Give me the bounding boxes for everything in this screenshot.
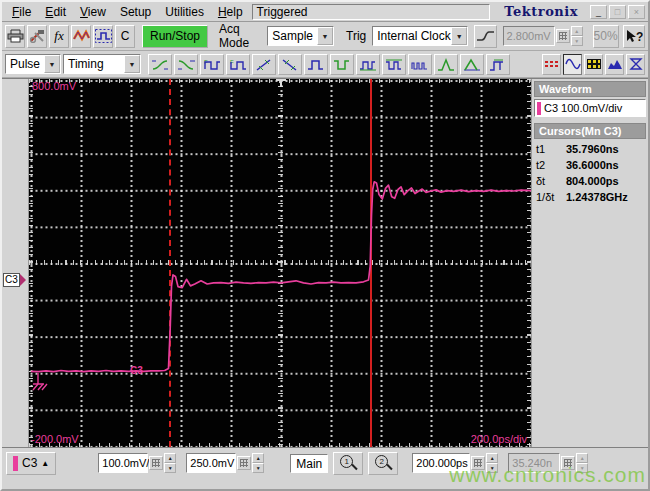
- pos-duty-icon: [359, 58, 377, 71]
- zoom-1-label: 1: [345, 457, 349, 466]
- horizontal-position-down: ▼: [576, 463, 588, 473]
- channel-select-button[interactable]: C3 ▲: [6, 452, 56, 475]
- chevron-down-icon[interactable]: ▼: [124, 55, 140, 73]
- waveform-entry-text: C3 100.0mV/div: [544, 102, 622, 114]
- horizontal-scale-field[interactable]: 200.000ps: [412, 453, 470, 473]
- keypad-icon[interactable]: [149, 456, 163, 470]
- histogram-icon: [607, 58, 623, 70]
- measure-category-select[interactable]: Pulse ▼: [5, 54, 61, 74]
- rise-time-icon: [151, 58, 169, 71]
- measure-pos-peak-button[interactable]: [434, 54, 458, 75]
- minimize-button[interactable]: _: [590, 5, 607, 19]
- readout-label: 1/δt: [536, 191, 566, 203]
- trig-level-down: ▼: [571, 36, 583, 46]
- measure-flattop-button[interactable]: [486, 54, 510, 75]
- horizontal-position-value: 35.240n: [512, 457, 552, 469]
- bottom-scale-label: -200.0mV: [31, 433, 79, 445]
- measure-rise-time-button[interactable]: [148, 54, 172, 75]
- menu-help[interactable]: Help: [211, 3, 250, 21]
- run-stop-button[interactable]: Run/Stop: [142, 25, 208, 48]
- channel-marker-c3[interactable]: C3: [3, 273, 26, 287]
- trig-label: Trig: [346, 29, 366, 43]
- display-area: C3 800.0mV -200.0mV: [2, 78, 648, 447]
- cursors-panel-header: Cursors(Mn C3): [534, 123, 646, 139]
- zoom-1-button[interactable]: 1: [333, 452, 363, 475]
- rising-edge-icon: [476, 30, 495, 42]
- mask-display-button[interactable]: [626, 54, 645, 75]
- color-grade-display-button[interactable]: [584, 54, 603, 75]
- pulse-tool-button[interactable]: [93, 25, 113, 48]
- vertical-offset-up[interactable]: ▲: [252, 453, 264, 463]
- zoom-2-button[interactable]: 2: [368, 452, 398, 475]
- measure-neg-duty-button[interactable]: [382, 54, 406, 75]
- waveform-trace: [31, 182, 531, 372]
- keypad-icon[interactable]: [237, 456, 251, 470]
- trace-label-c3: C3: [130, 365, 143, 376]
- measure-pos-pulse-button[interactable]: [304, 54, 328, 75]
- magnifier-handle: [387, 463, 393, 469]
- chevron-down-icon[interactable]: ▼: [451, 27, 467, 45]
- chevron-down-icon[interactable]: ▼: [44, 55, 60, 73]
- menu-setup[interactable]: Setup: [113, 3, 158, 21]
- measure-pos-slew-button[interactable]: [252, 54, 276, 75]
- waveform-entry[interactable]: C3 100.0mV/div: [534, 99, 646, 117]
- vertical-scale-up[interactable]: ▲: [164, 453, 176, 463]
- channel-color-swatch: [13, 456, 18, 471]
- chevron-down-icon[interactable]: ▼: [317, 27, 333, 45]
- neg-duty-icon: [385, 58, 403, 71]
- vertical-scale-value: 100.0mV/: [102, 457, 149, 469]
- trig-source-select[interactable]: Internal Clock ▼: [372, 26, 468, 46]
- help-pointer-icon: ?: [625, 29, 643, 44]
- horizontal-scale-down[interactable]: ▼: [486, 463, 498, 473]
- channel-select-label: C3: [22, 456, 37, 470]
- acq-mode-select[interactable]: Sample ▼: [267, 26, 334, 46]
- waveform-tool-button[interactable]: [71, 25, 91, 48]
- tools-button[interactable]: [27, 25, 47, 48]
- top-scale-label: 800.0mV: [32, 80, 76, 92]
- menu-utilities[interactable]: Utilities: [158, 3, 211, 21]
- magnifier-handle: [352, 463, 358, 469]
- cursors-display-button[interactable]: [542, 54, 561, 75]
- ground-reference-icon: [33, 373, 47, 390]
- keypad-icon[interactable]: [471, 456, 485, 470]
- restore-button: □: [609, 5, 626, 19]
- measure-neg-slew-button[interactable]: [278, 54, 302, 75]
- measure-subcategory-select[interactable]: Timing ▼: [63, 54, 141, 74]
- pos-width-icon: F: [203, 58, 221, 71]
- c-button-label: C: [121, 29, 130, 43]
- horizontal-scale-up[interactable]: ▲: [486, 453, 498, 463]
- vertical-scale-group: 100.0mV/ ▲ ▼: [98, 453, 176, 473]
- function-button[interactable]: fx: [49, 25, 69, 48]
- c-button[interactable]: C: [115, 25, 135, 48]
- horizontal-position-up: ▲: [576, 453, 588, 463]
- readout-row-dt: δt 804.000ps: [534, 173, 646, 189]
- trig-level-value: 2.800mV: [507, 30, 551, 42]
- measure-pos-duty-button[interactable]: [356, 54, 380, 75]
- histogram-display-button[interactable]: [605, 54, 624, 75]
- vertical-scale-down[interactable]: ▼: [164, 463, 176, 473]
- keypad-icon: [556, 29, 570, 43]
- measure-neg-width-button[interactable]: F: [226, 54, 250, 75]
- tektronix-logo: Tektronix: [504, 4, 578, 19]
- measure-neg-pulse-button[interactable]: [330, 54, 354, 75]
- close-button: ×: [628, 5, 645, 19]
- measure-burst-width-button[interactable]: [408, 54, 432, 75]
- readout-sidebar: Waveform C3 100.0mV/div Cursors(Mn C3) t…: [531, 79, 648, 447]
- menu-file[interactable]: File: [5, 3, 38, 21]
- graticule[interactable]: 800.0mV -200.0mV 200.0ps/div C3: [29, 79, 531, 447]
- burst-icon: [411, 58, 429, 71]
- measure-peak-amplitude-button[interactable]: [460, 54, 484, 75]
- menu-edit[interactable]: Edit: [38, 3, 73, 21]
- measure-fall-time-button[interactable]: [174, 54, 198, 75]
- print-button[interactable]: [5, 25, 25, 48]
- menu-view[interactable]: View: [73, 3, 113, 21]
- vertical-scale-field[interactable]: 100.0mV/: [98, 453, 148, 473]
- mask-icon: [628, 58, 644, 70]
- waveform-display-button[interactable]: [563, 54, 582, 75]
- vertical-offset-field[interactable]: 250.0mV: [186, 453, 236, 473]
- trig-slope-button[interactable]: [474, 25, 496, 48]
- sine-wave-icon: [73, 29, 90, 43]
- measure-pos-width-button[interactable]: F: [200, 54, 224, 75]
- vertical-offset-down[interactable]: ▼: [252, 463, 264, 473]
- context-help-button[interactable]: ?: [623, 25, 645, 48]
